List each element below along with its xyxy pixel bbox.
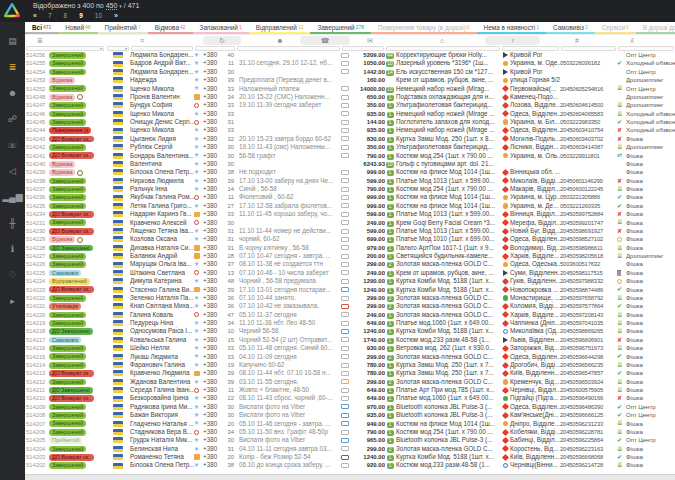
table-row[interactable]: 514219ЗавершенийПедурець Ніна✳+3803411.1… [25, 319, 675, 327]
status-filter-icon[interactable]: ≣ [33, 36, 47, 45]
phone-source-cell [194, 428, 203, 436]
shown-range-text[interactable]: Відображено з 400 по 450 ▾ / 471 [33, 2, 139, 9]
table-row[interactable]: 514239ВідмоваБілоока Олена Петр...✳+3803… [25, 168, 675, 176]
table-row[interactable]: 514222ЗавершенийЗеленко Наталія Па...✳+3… [25, 294, 675, 302]
table-row[interactable]: 514203ДО Возврат ск..Романенко Тетяна+38… [25, 453, 675, 461]
table-row[interactable]: 514213ДО Возврат ск..Кравченко Людмила+3… [25, 369, 675, 377]
orders-icon[interactable]: ≣ [0, 54, 25, 80]
last-page-icon[interactable]: » [114, 12, 117, 19]
statistics-icon[interactable]: ▂▄▆ [0, 184, 25, 210]
table-row[interactable]: 514225СамовивізШтакина Светлана+3801307.… [25, 269, 675, 277]
table-row[interactable]: 514209ЗавершенийРаднікова Ірина Ми...✳+3… [25, 403, 675, 411]
tab-out[interactable]: Нема в наявності1 [477, 22, 546, 34]
tab-count: 0 [467, 24, 470, 30]
table-row[interactable]: 514240ВідмоваВалентина✳+380306243.9310Го… [25, 160, 675, 168]
dimensions-icon[interactable]: # [570, 36, 584, 45]
calls-icon[interactable]: ☏ [0, 132, 25, 158]
table-row[interactable]: 514243ДО Возврат ск..Цыганюк Лидия✳+3803… [25, 135, 675, 143]
info-icon[interactable]: ℹ [0, 236, 25, 262]
table-row[interactable]: 514231ЗавершенийКравченко Алексей+380302… [25, 219, 675, 227]
table-row[interactable]: 514205ПрийнятийГрудок Наталія Мик...✳+38… [25, 436, 675, 444]
tab-home[interactable]: В дорозі додому0 [636, 22, 675, 34]
table-row[interactable]: 514245ЗавершенийОнищук Денис Сергі...+38… [25, 118, 675, 126]
table-row[interactable]: 514237ЗавершенийРальчук Інна✳+38014Синій… [25, 185, 675, 193]
dashboard-icon[interactable]: ▤ [0, 28, 25, 54]
tab-sent[interactable]: Відправлений12 [249, 22, 311, 34]
table-row[interactable]: 514212ЗавершенийЖданова Валентина✳+38039… [25, 378, 675, 386]
table-row[interactable]: 514235ЗавершенийЛетяк Галина Григо...✳+3… [25, 202, 675, 210]
table-row[interactable]: 514224ВідправленийДимула Катерина✳+38048… [25, 277, 675, 285]
table-row[interactable]: 514228ДО ЗавершеноДихавка Наталія Си...+… [25, 244, 675, 252]
partners-icon[interactable]: ♡ [0, 262, 25, 288]
table-row[interactable]: 514244Повернення (зІщенко Микола✳+380339… [25, 126, 675, 134]
table-row[interactable]: 514208ЗавершенийБажан Виктория✳+38030Вис… [25, 411, 675, 419]
page-8[interactable]: 8 [64, 12, 68, 19]
video-icon[interactable]: ▸ [0, 288, 25, 314]
tab-new[interactable]: Новий48 [58, 22, 97, 34]
tab-services[interactable]: Сервіси0 [595, 22, 636, 34]
table-row[interactable]: 514255ЗавершенийБадров Андрій Вікт...✳+3… [25, 59, 675, 67]
table-row[interactable]: 514226ЗавершенийМарущак Ольга Іва...✳+38… [25, 260, 675, 268]
announcements-icon[interactable]: ◁ [0, 158, 25, 184]
comment-icon[interactable]: ✉ [363, 36, 377, 45]
table-row[interactable]: 514217СамовивізКовальська Галина✳+38015Ч… [25, 336, 675, 344]
table-row[interactable]: 514252ЗавершенийІщенко Микола✳+38033Нало… [25, 85, 675, 93]
table-row[interactable]: 514229ВідмоваКозлова Оксана✳+38031чорний… [25, 235, 675, 243]
table-row[interactable]: 514210ДО Возврат ск..Безкоровайна Ірина✳… [25, 394, 675, 402]
table-row[interactable]: 514241ДО Возврат ск..Бондарь Валентина..… [25, 152, 675, 160]
table-row[interactable]: 514247ЗавершенийБундук София+3803319.10 … [25, 101, 675, 109]
page-9[interactable]: 9 [79, 12, 83, 19]
manager-code: 14 [223, 185, 236, 193]
table-row[interactable]: 514254ЗавершенийЛюдмила Бондарен...✳+380… [25, 68, 675, 76]
table-row[interactable]: 514215ЗавершенийЛукаш Людмила✳+3803304.1… [25, 353, 675, 361]
settings-icon[interactable]: ╫ [0, 210, 25, 236]
table-row[interactable]: 514204ЗавершенийБелинская Нила✳+3803104.… [25, 445, 675, 453]
carrier-np-icon [502, 445, 509, 452]
table-row[interactable]: 514238ЗавершенийНиркова Людмила✳+3803917… [25, 177, 675, 185]
page-10[interactable]: 10 [95, 12, 102, 19]
refresh-icon[interactable]: ↻ [203, 36, 241, 45]
app-logo-icon[interactable] [4, 3, 20, 22]
carrier-np-icon [502, 228, 509, 235]
table-row[interactable]: 514206ЗавершенийСтадникова Вера В...+380… [25, 428, 675, 436]
table-row[interactable]: 514227ЗавершенийБаланюк Андрій+3802807.1… [25, 252, 675, 260]
table-row[interactable]: 514202ЗавершенийБілоока Олена Петр...✳+3… [25, 461, 675, 469]
table-row[interactable]: 514248ВідмоваПронів Валентин+3803420.10 … [25, 93, 675, 101]
table-row[interactable]: 514214ЗавершенийФаранович Галина✳+38019К… [25, 361, 675, 369]
table-row[interactable]: 514256ЗавершенийЛюдмила Бондарен...✳+380… [25, 51, 675, 59]
table-row[interactable]: 514246ЗавершенийІщенко Микола✳+38033935.… [25, 110, 675, 118]
first-page-icon[interactable]: « [33, 12, 36, 19]
tab-packed[interactable]: Запакований1 [193, 22, 249, 34]
table-row[interactable]: 514220ЗавершенийГалина Коваль+3804705.10… [25, 311, 675, 319]
tab-all[interactable]: Всі471 [25, 22, 58, 34]
tab-refuse[interactable]: Відмова42 [148, 22, 193, 34]
range-value[interactable]: 450 [106, 2, 118, 10]
tab-done[interactable]: Завершений278 [310, 22, 371, 34]
table-row[interactable]: 514236ЗавершенийЯкубчак Галина Ром...+38… [25, 193, 675, 201]
table-row[interactable]: 514211ДО ЗавершеноСереда Галина Івані...… [25, 386, 675, 394]
carrier-me-icon [503, 69, 508, 75]
customers-icon[interactable]: ☻ [273, 36, 287, 45]
product-icon[interactable]: ⌂ [435, 36, 449, 45]
delivery-icon[interactable]: ʎ [625, 36, 639, 45]
table-row[interactable]: 514230ДО Возврат ск..Лященко Тетяна Іва.… [25, 227, 675, 235]
location-icon[interactable]: ♀ [485, 36, 540, 45]
manager-code: 11 [223, 59, 236, 67]
table-row[interactable]: 514207ЗавершенийГладченко Наталья ...✳+3… [25, 420, 675, 428]
phone-icon[interactable]: ☎ [300, 36, 350, 45]
tab-accepted[interactable]: Прийнятий7 [98, 22, 148, 34]
table-row[interactable]: 514218ДО ЗавершеноОдносумова Раіса І...✳… [25, 327, 675, 335]
teams-icon[interactable]: ☍ [0, 106, 25, 132]
call-tracking-icon: ✳ [194, 235, 199, 243]
table-row[interactable]: 514223ДО Возврат ск..Стасенко Галина Ви.… [25, 286, 675, 294]
tab-returning[interactable]: Повернення товару (в дорозі)0 [371, 22, 477, 34]
customers-icon[interactable]: ☻ [0, 80, 25, 106]
tab-pickup[interactable]: Самовивіз2 [546, 22, 595, 34]
table-row[interactable]: 514234ДО Возврат ск..Надарян Каринэ Гв..… [25, 210, 675, 218]
page-7[interactable]: 7 [48, 12, 52, 19]
table-row[interactable]: 514253ВідмоваНадежда✳+38039Предоплата (П… [25, 76, 675, 84]
table-row[interactable]: 514221УтилізаціяКнап Світлана Миха...✳+3… [25, 302, 675, 310]
table-row[interactable]: 514242ЗавершенийРублюк Сергій✳+3803019.1… [25, 143, 675, 151]
orders-list-icon[interactable]: ≡ [135, 36, 149, 45]
table-row[interactable]: 514216ЗавершенийШейко Нелли✳+3803305.10 … [25, 344, 675, 352]
